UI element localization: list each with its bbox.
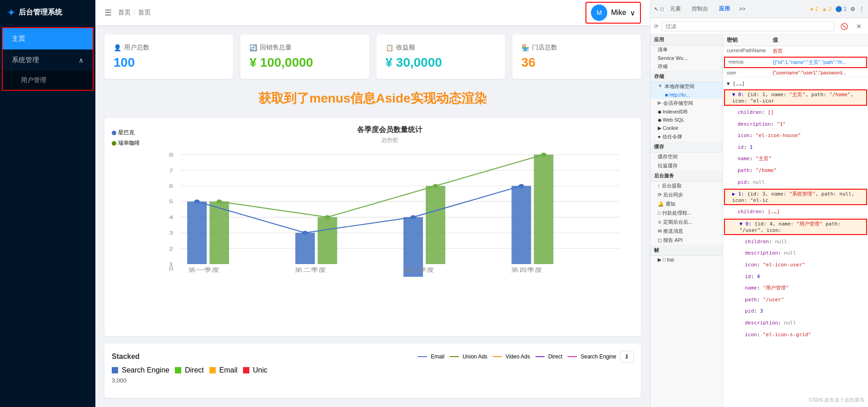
dt-section-backend: 后台服务 [650,171,723,181]
sidebar-logo: ✦ 后台管理系统 [0,0,95,25]
sidebar-item-user[interactable]: 用户管理 [3,71,93,90]
legend2-email: Email [209,366,238,374]
breadcrumb-separator: / [134,9,135,16]
download-button[interactable]: ⬇ [620,351,634,363]
dt-storage[interactable]: 存储 [650,62,723,71]
stat-value-revenue: ¥ 30,0000 [386,55,496,70]
refresh-icon[interactable]: ⟳ [654,23,659,29]
sidebar: ✦ 后台管理系统 主页 系统管理 ∧ 用户管理 [0,0,95,407]
legend-starbucks: 星巴克 [112,129,140,137]
dt-session-storage[interactable]: ▶ 会话存储空间 [650,99,723,108]
svg-point-27 [519,184,524,188]
svg-rect-23 [534,155,553,264]
devtools-right-content: 密钥 值 currentPathName 首页 menus [{"id":1,"… [723,34,868,407]
content: 👤 用户总数 100 🔄 回销售总量 ¥ 100,0000 📋 收益额 ¥ 30… [95,25,650,407]
dt-manifest[interactable]: 清单 [650,45,723,54]
close-btn[interactable]: ✕ [853,22,864,31]
bar-chart-svg: 8 7 6 5 4 3 2 1 0 [145,150,634,277]
devtools-left-sidebar: 应用 清单 Service Wo... 存储 存储 ▼ 本地存储空间 ■ htt… [650,34,723,407]
svg-rect-22 [511,186,531,264]
sidebar-item-home[interactable]: 主页 [3,28,93,49]
dt-frame-top[interactable]: ▶ □ top [650,256,723,264]
dt-back-forward-cache[interactable]: 往返缓存 [650,162,723,171]
dt-row-pathname[interactable]: currentPathName 首页 [723,46,868,56]
dt-trust-tokens[interactable]: ● 信任令牌 [650,132,723,142]
dt-local-storage[interactable]: ▼ 本地存储空间 [650,82,723,91]
svg-text:5: 5 [169,199,173,205]
devtools-toolbar: ↖ □ 元素 控制台 应用 >> ● 2 ▲ 2 🔵 1 ⚙ ⋮ [650,0,868,18]
dt-service-worker[interactable]: Service Wo... [650,54,723,62]
stat-card-sales: 🔄 回销售总量 ¥ 100,0000 [240,34,369,79]
menu-icon[interactable]: ☰ [104,8,112,18]
legend-ruixin: 瑞幸咖啡 [112,139,140,147]
bar-chart-container: 8 7 6 5 4 3 2 1 0 [145,150,634,277]
sidebar-item-system[interactable]: 系统管理 ∧ [3,49,93,71]
status-triangle: ▲ 2 [822,6,832,12]
user-info[interactable]: M Mike ∨ [585,2,641,24]
sidebar-item-user-label: 用户管理 [21,76,46,83]
dt-notifications[interactable]: 🔔 通知 [650,200,723,209]
dt-bg-fetch[interactable]: ↑ 后台提取 [650,181,723,191]
stat-value-users: 100 [114,55,224,70]
dt-indexeddb[interactable]: ◆ IndexedDB [650,108,723,116]
svg-rect-16 [187,201,207,264]
tab-application[interactable]: 应用 [714,3,734,15]
dt-json-item1[interactable]: ▶ 1: {id: 3, name: "系统管理", path: null, i… [724,189,867,205]
tab-console[interactable]: 控制台 [687,3,713,15]
stat-label-revenue: 📋 收益额 [386,44,496,52]
filter-input[interactable] [661,21,835,31]
dt-row-menus[interactable]: menus [{"id":1,"name":"主页","path":"/h... [724,57,867,68]
dt-json-item0-icon: icon: "el-icon-house" [723,130,868,142]
stacked-legend: Email Union Ads Video Ads [418,353,616,360]
dt-local-storage-http[interactable]: ■ http://lo... [650,91,723,99]
sales-icon: 🔄 [249,44,257,51]
tab-elements[interactable]: 元素 [665,3,685,15]
svg-text:7: 7 [169,167,173,173]
dt-report-api[interactable]: ◻ 报告 API [650,236,723,245]
dt-cache-storage[interactable]: 缓存空间 [650,152,723,162]
dt-periodic-sync[interactable]: ⊙ 定期后台后... [650,218,723,227]
svg-point-29 [325,215,330,219]
dt-payment[interactable]: □ 付款处理程... [650,209,723,218]
dt-row-user[interactable]: user {"username":"user1","password... [723,69,868,77]
legend2-direct-label: Direct [185,366,204,374]
dt-table-header: 密钥 值 [723,34,868,46]
legend2-unic: Unic [243,366,268,374]
dt-json-sub0[interactable]: ▼ 0: {id: 4, name: "用户管理" path: "/user",… [724,219,867,235]
devtools-icon-pointer[interactable]: ↖ [654,6,659,12]
dt-section-storage: 存储 [650,71,723,82]
svg-point-28 [217,200,222,204]
filter-clear-btn[interactable]: 🚫 [838,22,851,31]
dt-json-item0-desc: description: "1" [723,118,868,130]
stat-label-sales: 🔄 回销售总量 [249,44,360,52]
svg-text:第二季度: 第二季度 [295,267,326,273]
dt-web-sql[interactable]: ◆ Web SQL [650,116,723,124]
dt-json-item0[interactable]: ▼ 0: {id: 1, name: "主页", path: "/home", … [724,89,867,106]
svg-rect-19 [317,217,337,264]
legend-direct: Direct [536,353,562,360]
app-title: 后台管理系统 [19,8,62,17]
dt-json-sub0-children: children: null [723,236,868,248]
dt-json-sub0-icon2: icon: "el-icon-s-grid" [723,329,868,341]
devtools-icon-square[interactable]: □ [660,6,664,12]
dt-bg-sync[interactable]: ⟳ 后台同步 [650,191,723,200]
settings-icon[interactable]: ⚙ [850,6,855,12]
dt-json-item0-pid: pid: null [723,177,868,188]
sidebar-item-home-label: 主页 [12,34,25,43]
revenue-icon: 📋 [386,44,393,51]
svg-rect-17 [209,201,229,264]
avatar-text: M [596,9,602,16]
more-icon[interactable]: ⋮ [859,6,864,12]
dt-key-user: user [727,70,773,75]
tab-more[interactable]: >> [736,4,748,14]
dt-json-item0-id: id: 1 [723,142,868,153]
dt-cookie[interactable]: ▶ Cookie [650,124,723,132]
dt-push-msg[interactable]: ✉ 推送消息 [650,227,723,236]
svg-rect-18 [295,233,315,264]
header-right: M Mike ∨ [585,2,641,24]
dt-section-app: 应用 [650,34,723,45]
dt-header-val: 值 [773,36,864,44]
legend-email-label: Email [431,353,444,360]
stat-label-stores: 🏪 门店总数 [521,44,632,52]
svg-text:第四季度: 第四季度 [511,267,542,273]
